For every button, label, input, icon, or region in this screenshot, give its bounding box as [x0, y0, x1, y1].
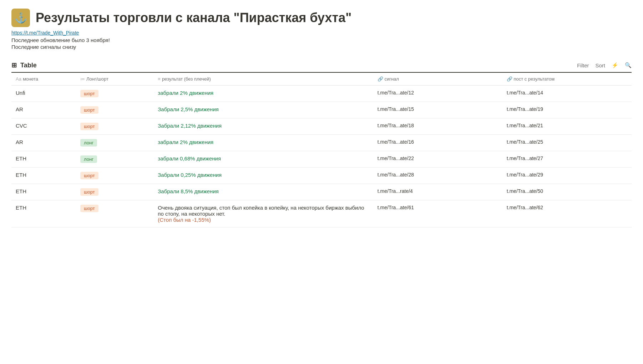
- cell-result: забрали 2% движения: [153, 86, 373, 102]
- table-row: CVCшортЗабрали 2,12% движенияt.me/Tra...…: [11, 118, 632, 135]
- cell-post[interactable]: t.me/Tra...ate/62: [502, 200, 632, 227]
- result-text: Забрали 2,12% движения: [158, 123, 222, 129]
- cell-signal[interactable]: t.me/Tra...rate/4: [373, 184, 502, 200]
- cell-result: Забрали 2,12% движения: [153, 118, 373, 135]
- cell-result: Забрали 8,5% движения: [153, 184, 373, 200]
- cell-post[interactable]: t.me/Tra...ate/19: [502, 102, 632, 118]
- cell-result: Очень двояка ситуация, стоп был копейка …: [153, 200, 373, 227]
- cell-type: шорт: [76, 102, 153, 118]
- col-header-result: ≡результат (без плечей): [153, 73, 373, 86]
- result-text: Забрали 8,5% движения: [158, 188, 219, 194]
- cell-coin: CVC: [11, 118, 76, 135]
- badge-short: шорт: [80, 172, 98, 179]
- table-grid-icon: ⊞: [11, 61, 17, 69]
- cell-post[interactable]: t.me/Tra...ate/14: [502, 86, 632, 102]
- page-header: ⚓ Результаты торговли с канала "Пирастка…: [11, 9, 632, 27]
- col-header-coin: Aaмонета: [11, 73, 76, 86]
- cell-signal[interactable]: t.me/Tra...ate/15: [373, 102, 502, 118]
- table-row: ARшортЗабрали 2,5% движенияt.me/Tra...at…: [11, 102, 632, 118]
- result-text: Забрали 0,25% движения: [158, 172, 222, 178]
- cell-signal[interactable]: t.me/Tra...ate/16: [373, 135, 502, 151]
- badge-short: шорт: [80, 205, 98, 212]
- cell-signal[interactable]: t.me/Tra...ate/22: [373, 151, 502, 168]
- table-row: ETHшортЗабрали 0,25% движенияt.me/Tra...…: [11, 168, 632, 184]
- cell-type: шорт: [76, 184, 153, 200]
- results-table: Aaмонета ≔Лонг/шорт ≡результат (без плеч…: [11, 73, 632, 227]
- badge-short: шорт: [80, 106, 98, 114]
- lightning-icon[interactable]: ⚡: [612, 62, 618, 68]
- badge-long: лонг: [80, 155, 97, 163]
- cell-type: шорт: [76, 86, 153, 102]
- subtitle-update: Последнее обновление было 3 ноября!: [11, 37, 632, 43]
- result-text: забрали 0,68% движения: [158, 155, 221, 162]
- cell-signal[interactable]: t.me/Tra...ate/61: [373, 200, 502, 227]
- cell-result: Забрали 0,25% движения: [153, 168, 373, 184]
- cell-result: Забрали 2,5% движения: [153, 102, 373, 118]
- filter-button[interactable]: Filter: [577, 62, 589, 68]
- result-text: Очень двояка ситуация, стоп был копейка …: [158, 205, 364, 217]
- table-row: ETHшортОчень двояка ситуация, стоп был к…: [11, 200, 632, 227]
- table-row: ARлонгзабрали 2% движенияt.me/Tra...ate/…: [11, 135, 632, 151]
- cell-result: забрали 0,68% движения: [153, 151, 373, 168]
- cell-coin: ETH: [11, 200, 76, 227]
- cell-post[interactable]: t.me/Tra...ate/21: [502, 118, 632, 135]
- badge-long: лонг: [80, 139, 97, 147]
- cell-signal[interactable]: t.me/Tra...ate/28: [373, 168, 502, 184]
- table-section: ⊞ Table Filter Sort ⚡ 🔍 Aaмонета ≔Лонг/ш…: [11, 61, 632, 227]
- table-title-label: Table: [20, 62, 37, 69]
- col-header-type: ≔Лонг/шорт: [76, 73, 153, 86]
- result-text: забрали 2% движения: [158, 139, 213, 145]
- table-row: ETHшортЗабрали 8,5% движенияt.me/Tra...r…: [11, 184, 632, 200]
- cell-coin: ETH: [11, 151, 76, 168]
- cell-coin: AR: [11, 135, 76, 151]
- cell-coin: Unfi: [11, 86, 76, 102]
- cell-type: шорт: [76, 168, 153, 184]
- cell-result: забрали 2% движения: [153, 135, 373, 151]
- table-head: Aaмонета ≔Лонг/шорт ≡результат (без плеч…: [11, 73, 632, 86]
- cell-type: лонг: [76, 135, 153, 151]
- result-text: забрали 2% движения: [158, 90, 213, 96]
- table-body: Unfiшортзабрали 2% движенияt.me/Tra...at…: [11, 86, 632, 227]
- table-title-container: ⊞ Table: [11, 61, 37, 69]
- cell-post[interactable]: t.me/Tra...ate/25: [502, 135, 632, 151]
- logo-icon: ⚓: [11, 9, 30, 27]
- badge-short: шорт: [80, 123, 98, 130]
- cell-coin: AR: [11, 102, 76, 118]
- badge-short: шорт: [80, 90, 98, 97]
- cell-post[interactable]: t.me/Tra...ate/50: [502, 184, 632, 200]
- table-row: Unfiшортзабрали 2% движенияt.me/Tra...at…: [11, 86, 632, 102]
- cell-type: шорт: [76, 200, 153, 227]
- cell-signal[interactable]: t.me/Tra...ate/18: [373, 118, 502, 135]
- table-controls: Filter Sort ⚡ 🔍: [577, 62, 632, 68]
- cell-type: лонг: [76, 151, 153, 168]
- badge-short: шорт: [80, 188, 98, 196]
- page-title: Результаты торговли с канала "Пирасткая …: [36, 10, 351, 25]
- header-row: Aaмонета ≔Лонг/шорт ≡результат (без плеч…: [11, 73, 632, 86]
- table-header-bar: ⊞ Table Filter Sort ⚡ 🔍: [11, 61, 632, 73]
- search-icon[interactable]: 🔍: [625, 62, 632, 68]
- subtitle-signals: Последние сигналы снизу: [11, 44, 632, 50]
- cell-type: шорт: [76, 118, 153, 135]
- cell-coin: ETH: [11, 184, 76, 200]
- cell-post[interactable]: t.me/Tra...ate/29: [502, 168, 632, 184]
- table-row: ETHлонгзабрали 0,68% движенияt.me/Tra...…: [11, 151, 632, 168]
- cell-post[interactable]: t.me/Tra...ate/27: [502, 151, 632, 168]
- result-text: Забрали 2,5% движения: [158, 106, 219, 112]
- cell-signal[interactable]: t.me/Tra...ate/12: [373, 86, 502, 102]
- cell-coin: ETH: [11, 168, 76, 184]
- result-note: (Стоп был на -1,55%): [158, 217, 211, 223]
- col-header-signal: 🔗 сигнал: [373, 73, 502, 86]
- col-header-post: 🔗 пост с результатом: [502, 73, 632, 86]
- channel-link[interactable]: https://t.me/Trade_With_Pirate: [11, 30, 632, 36]
- sort-button[interactable]: Sort: [595, 62, 605, 68]
